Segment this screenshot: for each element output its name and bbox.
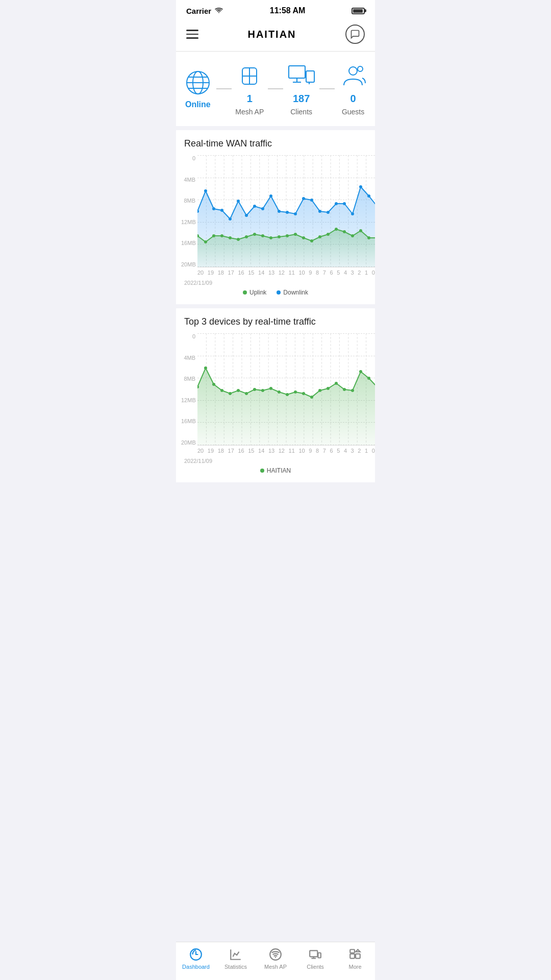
guests-icon [338,62,368,90]
svg-point-42 [245,214,248,217]
svg-point-71 [212,234,215,237]
svg-point-84 [318,235,321,238]
svg-point-82 [302,236,305,239]
devices-legend: HAITIAN [176,464,375,477]
wan-y-axis: 20MB 16MB 12MB 8MB 4MB 0 [176,155,197,267]
svg-point-81 [294,233,297,236]
battery-icon [352,8,365,14]
svg-point-39 [220,209,223,212]
uplink-dot [243,290,247,295]
svg-point-51 [318,210,321,213]
svg-point-125 [229,392,232,395]
devices-chart-wrapper: 20MB 16MB 12MB 8MB 4MB 0 [176,333,375,446]
devices-chart-area [197,333,375,446]
menu-button[interactable] [186,30,198,39]
svg-point-56 [359,185,362,188]
svg-point-128 [253,388,256,391]
svg-point-130 [269,387,272,390]
legend-uplink: Uplink [243,289,266,296]
svg-point-72 [220,234,223,237]
svg-point-52 [327,211,330,214]
wan-legend: Uplink Downlink [176,286,375,299]
svg-point-133 [294,390,297,394]
mesh-ap-value: 1 [247,93,253,105]
svg-point-77 [261,234,264,237]
network-online-item: Online [183,69,213,109]
devices-y-axis: 20MB 16MB 12MB 8MB 4MB 0 [176,333,197,446]
svg-point-13 [349,67,357,75]
globe-icon [183,69,213,97]
wan-date: 2022/11/09 [176,278,375,286]
devices-chart-title: Top 3 devices by real-time traffic [176,316,375,333]
svg-point-76 [253,233,256,236]
svg-point-53 [335,202,338,205]
wifi-icon [214,7,223,14]
svg-point-40 [229,217,232,220]
clients-label: Clients [290,108,312,116]
legend-haitian: HAITIAN [260,467,291,474]
wan-chart-svg [197,155,375,267]
svg-point-57 [367,194,370,198]
svg-point-55 [351,212,354,215]
svg-point-80 [286,234,289,237]
svg-point-87 [343,230,346,233]
svg-marker-120 [197,368,375,445]
svg-point-122 [204,366,207,370]
wan-x-axis: 20 19 18 17 16 15 14 13 12 11 10 9 8 7 6… [176,267,375,278]
wan-chart-wrapper: 20MB 16MB 12MB 8MB 4MB 0 [176,155,375,267]
mesh-ap-item: 1 Mesh AP [234,62,265,116]
status-time: 11:58 AM [270,6,306,15]
network-status-section: Online 1 Mesh AP [176,52,375,126]
mesh-ap-label: Mesh AP [235,108,264,116]
wan-chart-title: Real-time WAN traffic [176,138,375,155]
svg-point-124 [220,389,223,392]
svg-point-123 [212,383,215,386]
svg-rect-11 [306,71,314,82]
svg-point-41 [237,200,240,203]
carrier-label: Carrier [186,7,211,15]
svg-point-47 [286,211,289,214]
status-bar: Carrier 11:58 AM [176,0,375,19]
wan-chart-area [197,155,375,267]
svg-point-129 [261,389,264,392]
svg-point-37 [204,189,207,192]
svg-point-142 [367,377,370,380]
svg-point-88 [351,234,354,237]
online-status-label: Online [185,100,211,109]
svg-point-138 [335,382,338,385]
svg-point-14 [358,66,363,71]
svg-point-139 [343,388,346,391]
chat-button[interactable] [345,24,365,44]
svg-point-73 [229,236,232,239]
svg-point-79 [278,235,281,238]
clients-value: 187 [293,93,310,105]
connector-3 [319,88,335,89]
svg-point-50 [310,199,313,202]
page-content: Online 1 Mesh AP [176,52,375,527]
svg-point-48 [294,212,297,215]
connector-1 [216,88,232,89]
svg-point-49 [302,197,305,200]
devices-chart-svg [197,333,375,445]
devices-date: 2022/11/09 [176,456,375,464]
svg-point-126 [237,389,240,392]
svg-point-137 [327,387,330,390]
svg-point-141 [359,370,362,373]
wan-traffic-section: Real-time WAN traffic 20MB 16MB 12MB 8MB… [176,130,375,304]
svg-point-90 [367,236,370,239]
haitian-dot [260,469,264,473]
svg-point-132 [286,393,289,396]
app-header: HAITIAN [176,19,375,52]
downlink-dot [277,290,281,295]
svg-point-136 [318,389,321,392]
devices-traffic-section: Top 3 devices by real-time traffic 20MB … [176,308,375,482]
svg-point-89 [359,229,362,232]
svg-point-38 [212,207,215,210]
svg-point-140 [351,389,354,392]
legend-downlink: Downlink [277,289,308,296]
svg-point-134 [302,392,305,395]
guests-label: Guests [342,108,364,116]
guests-value: 0 [350,93,356,105]
svg-point-74 [237,238,240,241]
svg-point-131 [278,390,281,394]
